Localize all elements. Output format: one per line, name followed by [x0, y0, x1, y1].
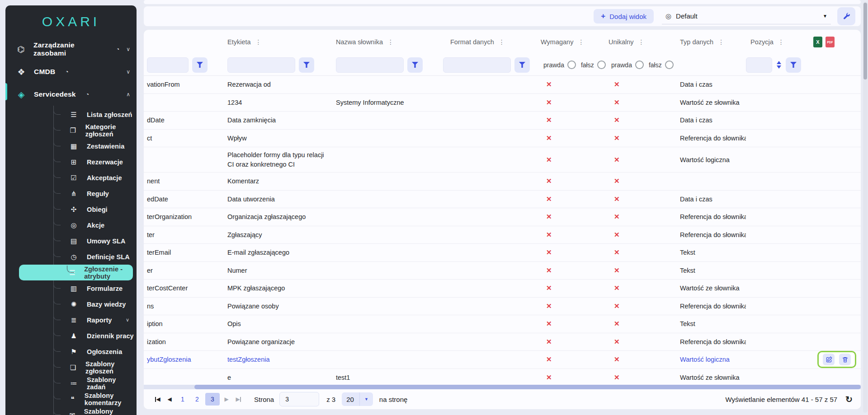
sidebar-item-form[interactable]: ▥Formularze [5, 280, 137, 296]
kebab-menu-icon[interactable]: ⋮ [778, 38, 784, 46]
edit-row-button[interactable] [823, 354, 835, 365]
add-view-button[interactable]: + Dodaj widok [594, 9, 654, 23]
pdf-export-icon[interactable]: PDF [826, 37, 835, 47]
sidebar-item-workflows[interactable]: ✣Obiegi [5, 201, 137, 217]
false-x-icon: ✕ [533, 80, 552, 88]
next-page-button[interactable]: ▶ [221, 393, 232, 406]
prev-page-button[interactable]: ◀ [164, 393, 175, 406]
false-x-icon: ✕ [601, 231, 620, 238]
sidebar-section-cmdb[interactable]: ❖CMDB◔∨ [5, 61, 137, 83]
delete-row-button[interactable] [839, 354, 851, 365]
sidebar-item-target[interactable]: ◎Akcje [5, 217, 137, 233]
filter-input[interactable] [336, 57, 404, 73]
table-row[interactable]: iptionOpis✕✕Tekst [144, 315, 861, 333]
kebab-menu-icon[interactable]: ⋮ [718, 38, 724, 46]
view-selector[interactable]: ◎ Default ▼ [662, 9, 831, 24]
page-number-1[interactable]: 1 [176, 393, 189, 406]
table-settings-button[interactable] [837, 7, 855, 25]
table-row[interactable]: edDateData utworzenia✕✕Data i czas [144, 191, 861, 209]
document-icon: ▤ [69, 237, 79, 245]
sidebar-item-template-doc[interactable]: ❏Szablony zgłoszeń [5, 359, 137, 375]
sidebar-item-person[interactable]: ♟Dziennik pracy [5, 328, 137, 344]
position-filter-input[interactable] [746, 57, 772, 73]
page-size-value: 20 [346, 396, 354, 403]
filter-button[interactable] [299, 57, 314, 73]
sidebar-item-comment[interactable]: ❝Szablony komentarzy [5, 391, 137, 407]
cell-unikalny: ✕ [601, 134, 668, 142]
horizontal-scrollbar[interactable] [144, 385, 861, 389]
column-header-label: Format danych [450, 38, 494, 46]
sidebar-item-list[interactable]: ☰Lista zgłoszeń [5, 107, 137, 122]
sidebar-item-label: Zestawienia [87, 143, 124, 150]
table-row[interactable]: dDateData zamknięcia✕✕Data i czas [144, 112, 861, 130]
cell-actions [809, 351, 861, 368]
page-size-select[interactable]: 20 ▼ [342, 392, 373, 406]
sidebar-item-task-list[interactable]: ≔Szablony zadań [5, 375, 137, 391]
sidebar-item-bulb[interactable]: ✺Bazy wiedzy [5, 296, 137, 312]
filter-input[interactable] [147, 57, 189, 73]
kebab-menu-icon[interactable]: ⋮ [387, 38, 394, 46]
radio-false[interactable] [665, 61, 674, 69]
filter-button[interactable] [192, 57, 208, 73]
funnel-icon [412, 62, 418, 68]
table-row[interactable]: terOrganizationOrganizacja zgłaszającego… [144, 208, 861, 226]
sidebar-item-attributes-list[interactable]: ☰Zgłoszenie - atrybuty [19, 265, 133, 280]
table-row[interactable]: ctWpływ✕✕Referencja do słownika [144, 130, 861, 148]
page-number-input[interactable] [279, 392, 319, 406]
table-row[interactable]: 1234Systemy Informatyczne✕✕Wartość ze sł… [144, 94, 861, 112]
vertical-scrollbar[interactable] [863, 2, 868, 413]
vertical-scrollbar-thumb[interactable] [863, 3, 867, 79]
kebab-menu-icon[interactable]: ⋮ [499, 38, 505, 46]
spinner-up-icon[interactable] [777, 61, 781, 64]
sidebar-item-label: Akcje [87, 222, 104, 229]
sidebar-item-rules[interactable]: ⋔Reguły [5, 186, 137, 201]
sidebar-item-document[interactable]: ▤Umowy SLA [5, 233, 137, 249]
last-page-button[interactable]: ▶ [232, 393, 244, 406]
table-row[interactable]: nsPowiązane osoby✕✕Referencja do słownik… [144, 298, 861, 316]
column-header-unikalny: Unikalny⋮ [601, 38, 668, 46]
page-number-2[interactable]: 2 [191, 393, 203, 406]
sidebar-section-assets[interactable]: ⌬Zarządzanie zasobami◔∨ [5, 38, 137, 61]
sidebar-item-report[interactable]: ≣Raporty∨ [5, 312, 137, 328]
radio-true[interactable] [635, 61, 644, 69]
refresh-icon[interactable]: ↻ [845, 394, 853, 405]
table-row[interactable]: terEmailE-mail zgłaszającego✕✕Tekst [144, 244, 861, 262]
table-row[interactable]: Placeholder formy dla typu relacji CI or… [144, 147, 861, 173]
sidebar-item-approvals[interactable]: ☑Akceptacje [5, 170, 137, 186]
cell-typ-danych: Wartość ze słownika [668, 374, 746, 381]
kebab-menu-icon[interactable]: ⋮ [638, 38, 645, 46]
sidebar-item-categories[interactable]: ❐Kategorie zgłoszeń [5, 122, 137, 138]
cell-wymagany: ✕ [533, 248, 601, 256]
sidebar-item-calendar[interactable]: ⊞Rezerwacje [5, 154, 137, 170]
sidebar-item-tables[interactable]: ▦Zestawienia [5, 138, 137, 154]
table-row[interactable]: vationFromRezerwacja od✕✕Data i czas [144, 76, 861, 94]
sidebar-item-megaphone[interactable]: ⚑Ogłoszenia [5, 344, 137, 359]
kebab-menu-icon[interactable]: ⋮ [255, 38, 262, 46]
filter-input[interactable] [227, 57, 295, 73]
page-number-3[interactable]: 3 [205, 393, 220, 406]
radio-true[interactable] [567, 61, 576, 69]
first-page-button[interactable]: ◀ [152, 393, 164, 406]
excel-export-icon[interactable]: X [813, 37, 822, 47]
cell-code: ybutZgloszenia [147, 356, 227, 363]
table-row[interactable]: ybutZgloszeniatestZgłoszenia✕✕Wartość lo… [144, 351, 861, 369]
sidebar-item-label: Ogłoszenia [87, 348, 122, 355]
table-row[interactable]: terZgłaszający✕✕Referencja do słownika [144, 226, 861, 244]
table-row[interactable]: erNumer✕✕Tekst [144, 262, 861, 280]
kebab-menu-icon[interactable]: ⋮ [578, 38, 584, 46]
filter-button[interactable] [786, 57, 801, 73]
sidebar-section-servicedesk[interactable]: ◈Servicedesk◔∧ [5, 83, 137, 106]
sidebar-item-mail[interactable]: ✉Szablony powiadomień [5, 407, 137, 415]
horizontal-scrollbar-thumb[interactable] [194, 385, 861, 389]
filter-input[interactable] [443, 57, 511, 73]
table-row[interactable]: terCostCenterMPK zgłaszającego✕✕Wartość … [144, 280, 861, 298]
filter-button[interactable] [407, 57, 423, 73]
false-x-icon: ✕ [601, 302, 620, 310]
table-row[interactable]: izationPowiązane organizacje✕✕Referencja… [144, 333, 861, 351]
table-row[interactable]: etest1✕✕Wartość ze słownika [144, 369, 861, 387]
table-row[interactable]: nentKomentarz✕✕ [144, 173, 861, 191]
sidebar-item-stopwatch[interactable]: ◷Definicje SLA [5, 249, 137, 265]
spinner-down-icon[interactable] [777, 65, 781, 69]
filter-button[interactable] [514, 57, 530, 73]
cell-etykieta: Numer [227, 267, 336, 274]
